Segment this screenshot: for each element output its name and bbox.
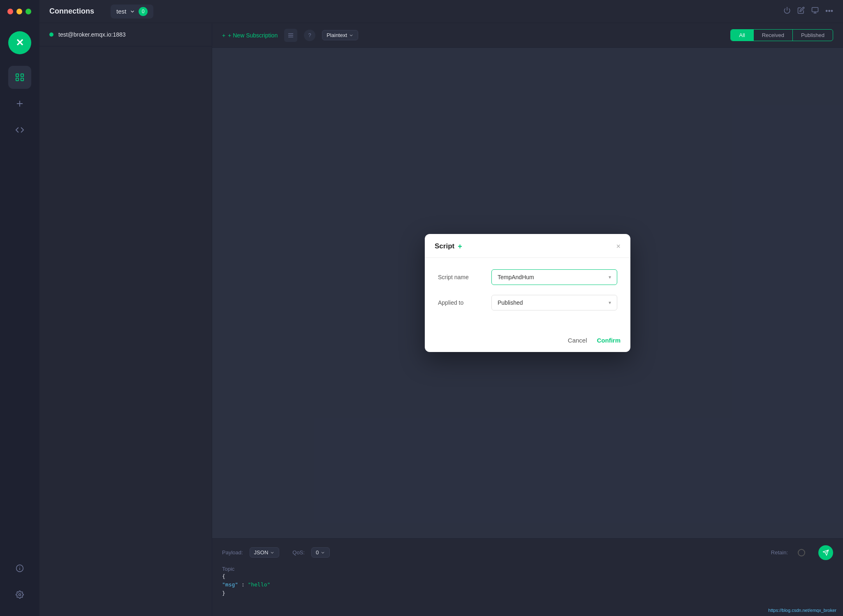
help-button[interactable]: ? <box>304 30 315 41</box>
payload-label: Payload: <box>222 549 243 556</box>
app-header: Connections test 0 ••• <box>39 0 843 23</box>
sidebar-item-code[interactable] <box>8 118 31 141</box>
app-logo: ✕ <box>0 23 39 63</box>
conn-badge: 0 <box>139 7 148 16</box>
qos-select[interactable]: 0 <box>311 547 330 558</box>
code-key: "msg" <box>222 581 238 588</box>
retain-toggle[interactable] <box>798 549 805 556</box>
sidebar-bottom <box>8 557 31 616</box>
header-right: ••• <box>783 7 833 16</box>
tab-all[interactable]: All <box>731 30 753 41</box>
close-button[interactable] <box>7 9 13 14</box>
confirm-button[interactable]: Confirm <box>597 337 621 344</box>
svg-rect-1 <box>21 74 23 76</box>
script-name-value: TempAndHum <box>498 274 534 280</box>
script-name-label: Script name <box>438 274 491 280</box>
payload-format-select[interactable]: JSON <box>250 547 280 558</box>
new-sub-plus-icon: + <box>222 32 225 39</box>
maximize-button[interactable] <box>25 9 31 14</box>
header-left: Connections test 0 <box>49 5 153 19</box>
modal-title: Script + <box>435 242 462 251</box>
connection-tab[interactable]: test 0 <box>111 5 153 19</box>
compose-area: Payload: JSON QoS: 0 Retain: <box>212 538 843 604</box>
cancel-button[interactable]: Cancel <box>568 337 587 344</box>
applied-to-value: Published <box>498 299 523 306</box>
code-colon: : <box>241 581 248 588</box>
payload-format-value: JSON <box>254 549 269 556</box>
svg-rect-11 <box>812 7 818 12</box>
connection-item[interactable]: test@broker.emqx.io:1883 <box>39 23 212 46</box>
code-editor[interactable]: { "msg" : "hello" } <box>222 572 833 598</box>
retain-label: Retain: <box>771 549 788 556</box>
topic-placeholder[interactable]: Topic <box>222 566 234 572</box>
format-label: Plaintext <box>327 32 347 38</box>
modal-plus-icon[interactable]: + <box>458 242 462 251</box>
chevron-down-icon: ▾ <box>609 274 611 280</box>
logo-circle: ✕ <box>8 31 31 54</box>
right-panel: + + New Subscription ? Plaintext All Rec… <box>212 23 843 616</box>
new-subscription-button[interactable]: + + New Subscription <box>222 32 278 39</box>
minimize-button[interactable] <box>16 9 22 14</box>
power-icon[interactable] <box>783 7 791 16</box>
sidebar-item-connections[interactable] <box>8 66 31 89</box>
more-icon[interactable]: ••• <box>825 7 833 16</box>
code-line-3: } <box>222 589 833 598</box>
qos-label: QoS: <box>292 549 305 556</box>
script-name-select[interactable]: TempAndHum ▾ <box>491 269 617 285</box>
sidebar-nav <box>8 63 31 557</box>
script-name-row: Script name TempAndHum ▾ <box>438 269 617 285</box>
conn-tab-name: test <box>116 8 126 15</box>
applied-to-select[interactable]: Published ▾ <box>491 295 617 310</box>
titlebar <box>0 0 39 23</box>
qos-value: 0 <box>316 549 319 556</box>
connection-indicator <box>49 32 53 37</box>
send-button[interactable] <box>818 545 833 560</box>
topic-row: Topic <box>222 565 833 572</box>
footer-link[interactable]: https://blog.csdn.net/emqx_broker <box>768 608 836 613</box>
format-selector[interactable]: Plaintext <box>322 30 358 40</box>
applied-to-label: Applied to <box>438 299 491 306</box>
connections-title: Connections <box>49 7 94 16</box>
script-modal: Script + × Script name TempAndHum <box>425 234 630 352</box>
modal-footer: Cancel Confirm <box>425 330 630 352</box>
svg-rect-0 <box>16 74 19 76</box>
modal-close-button[interactable]: × <box>616 242 621 251</box>
modal-body: Script name TempAndHum ▾ Applied to <box>425 258 630 330</box>
compose-meta-row: Payload: JSON QoS: 0 Retain: <box>222 545 833 560</box>
chevron-down-icon-2: ▾ <box>609 300 611 306</box>
modal-header: Script + × <box>425 234 630 258</box>
message-area: Script + × Script name TempAndHum <box>212 48 843 538</box>
script-button[interactable] <box>284 29 297 42</box>
help-icon: ? <box>308 32 311 38</box>
connection-name: test@broker.emqx.io:1883 <box>58 31 126 38</box>
applied-to-row: Applied to Published ▾ <box>438 295 617 310</box>
tab-published[interactable]: Published <box>793 30 833 41</box>
new-sub-label: + New Subscription <box>228 32 278 39</box>
footer: https://blog.csdn.net/emqx_broker <box>212 604 843 616</box>
monitor-icon[interactable] <box>811 7 819 16</box>
right-panel-header: + + New Subscription ? Plaintext All Rec… <box>212 23 843 48</box>
sidebar-item-settings[interactable] <box>8 583 31 606</box>
svg-rect-2 <box>16 78 19 81</box>
code-line-1: { <box>222 572 833 581</box>
sidebar-item-info[interactable] <box>8 557 31 580</box>
code-value: "hello" <box>248 581 271 588</box>
code-line-2: "msg" : "hello" <box>222 581 833 589</box>
tab-received[interactable]: Received <box>754 30 793 41</box>
svg-rect-3 <box>21 78 23 81</box>
modal-overlay: Script + × Script name TempAndHum <box>212 48 843 538</box>
filter-tabs: All Received Published <box>730 29 833 41</box>
left-panel: test@broker.emqx.io:1883 <box>39 23 212 616</box>
modal-title-text: Script <box>435 242 454 250</box>
edit-icon[interactable] <box>797 7 805 16</box>
sidebar-item-add[interactable] <box>8 92 31 115</box>
svg-point-9 <box>19 594 21 596</box>
